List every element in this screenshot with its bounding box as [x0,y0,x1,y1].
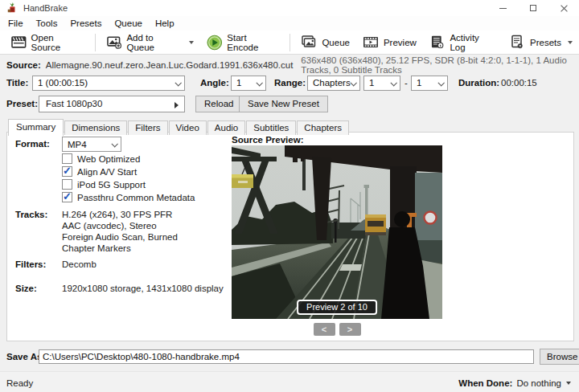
when-done-control[interactable]: When Done: Do nothing [458,378,571,388]
angle-label: Angle: [200,78,229,88]
toolbar-separator [95,34,96,51]
preview-label: Preview [384,38,417,47]
checkbox-passthru-common-metadata[interactable]: Passthru Common Metadata [62,192,195,202]
handbrake-pineapple-icon [6,2,18,14]
menu-help[interactable]: Help [149,17,181,30]
summary-panel: Format: MP4 Web Optimized Align A/V Star… [6,132,574,341]
range-start-value: 1 [369,78,374,88]
filmstrip-icon [363,35,379,50]
add-to-queue-button[interactable]: Add to Queue [100,31,200,55]
preview-frame-art [232,145,442,319]
tab-strip: Summary Dimensions Filters Video Audio S… [8,118,350,135]
tab-chapters[interactable]: Chapters [297,120,349,135]
photo-add-icon [106,35,122,50]
open-source-label: Open Source [31,33,84,52]
checkbox-box [62,153,72,164]
range-type-select[interactable]: Chapters [307,76,360,91]
menu-file[interactable]: File [2,17,30,30]
menu-presets[interactable]: Presets [64,17,108,30]
range-start-select[interactable]: 1 [363,76,400,91]
start-encode-label: Start Encode [227,33,279,52]
filters-value: Decomb [62,259,96,269]
preview-count-badge: Preview 2 of 10 [297,300,377,315]
handbrake-window: { "window": { "title": "HandBrake" }, "m… [0,0,579,392]
angle-select-value: 1 [236,78,241,88]
checkbox-align-av-start[interactable]: Align A/V Start [62,166,137,177]
source-label: Source: [6,60,41,70]
queue-label: Queue [322,38,350,47]
window-controls [487,0,579,16]
title-select[interactable]: 1 (00:00:15) [32,76,185,91]
close-icon [561,5,568,12]
tab-filters[interactable]: Filters [128,120,167,135]
queue-button[interactable]: Queue [294,32,356,52]
title-row: Title: 1 (00:00:15) Angle: 1 Range: Chap… [0,75,579,91]
source-preview-label: Source Preview: [232,135,303,145]
reload-button[interactable]: Reload [195,96,242,112]
start-encode-button[interactable]: Start Encode [200,31,286,55]
presets-label: Presets [530,38,561,47]
clapperboard-icon [11,35,27,50]
presets-button[interactable]: Presets [503,32,579,52]
activity-log-button[interactable]: Activity Log [423,31,503,55]
tab-dimensions[interactable]: Dimensions [64,120,127,135]
window-title: HandBrake [23,3,68,13]
preview-button[interactable]: Preview [356,32,423,52]
source-filename: Allemagne.90.neuf.zero.Jean.Luc.Godard.1… [46,60,294,70]
save-as-input[interactable] [39,349,534,364]
tracks-line-3: Foreign Audio Scan, Burned [62,232,178,242]
green-play-icon [207,35,223,51]
preset-select-value: Fast 1080p30 [46,99,102,108]
format-select-value: MP4 [68,140,87,149]
close-button[interactable] [548,0,579,16]
checkbox-ipod-5g-support[interactable]: iPod 5G Support [62,179,146,190]
photo-stack-icon [301,35,317,50]
preview-next-button[interactable]: > [339,323,361,336]
checkbox-web-optimized[interactable]: Web Optimized [62,153,140,164]
checkbox-label: Align A/V Start [77,167,137,177]
tab-subtitles[interactable]: Subtitles [246,120,296,135]
minimize-button[interactable] [487,0,518,16]
checkbox-label: iPod 5G Support [77,180,146,190]
format-select[interactable]: MP4 [62,137,121,152]
menu-queue[interactable]: Queue [108,17,149,30]
title-select-value: 1 (00:00:15) [38,78,88,88]
minimize-icon [499,8,507,9]
tracks-line-4: Chapter Markers [62,243,131,253]
checkbox-box [62,179,72,190]
preset-row: Preset: Fast 1080p30 Reload Save New Pre… [0,95,579,112]
preview-prev-button[interactable]: < [314,323,335,336]
activity-log-label: Activity Log [450,33,496,52]
save-new-preset-button[interactable]: Save New Preset [239,96,328,112]
preset-select[interactable]: Fast 1080p30 [39,96,185,112]
angle-select[interactable]: 1 [231,76,266,91]
preview-nav: < > [232,323,442,336]
preset-label: Preset: [6,99,38,108]
size-label: Size: [15,284,37,293]
browse-button[interactable]: Browse [540,349,579,365]
range-label: Range: [274,78,306,88]
toolbar: Open Source Add to Queue Start Encode Qu… [0,31,579,55]
maximize-button[interactable] [518,0,548,16]
status-text: Ready [6,378,33,388]
tab-video[interactable]: Video [169,120,207,135]
checkbox-box [62,166,72,177]
save-as-row: Save As: Browse [0,349,579,365]
range-end-value: 1 [417,78,421,88]
filters-label: Filters: [15,259,46,269]
range-end-select[interactable]: 1 [411,76,448,91]
statusbar: Ready When Done: Do nothing [0,371,579,392]
menubar: File Tools Presets Queue Help [0,16,579,31]
titlebar: HandBrake [0,0,579,16]
toolbar-separator [290,34,290,51]
menu-tools[interactable]: Tools [30,17,64,30]
tab-summary[interactable]: Summary [8,119,64,136]
tracks-line-1: H.264 (x264), 30 FPS PFR [62,210,172,219]
document-gear-icon [509,35,525,50]
when-done-dropdown-icon [566,382,571,385]
open-source-button[interactable]: Open Source [5,31,91,55]
range-type-value: Chapters [313,78,351,88]
tab-audio[interactable]: Audio [207,120,245,135]
range-separator: - [404,78,408,88]
source-details: 636x480 (636x480), 25.12 FPS, SDR (8-bit… [301,55,579,75]
